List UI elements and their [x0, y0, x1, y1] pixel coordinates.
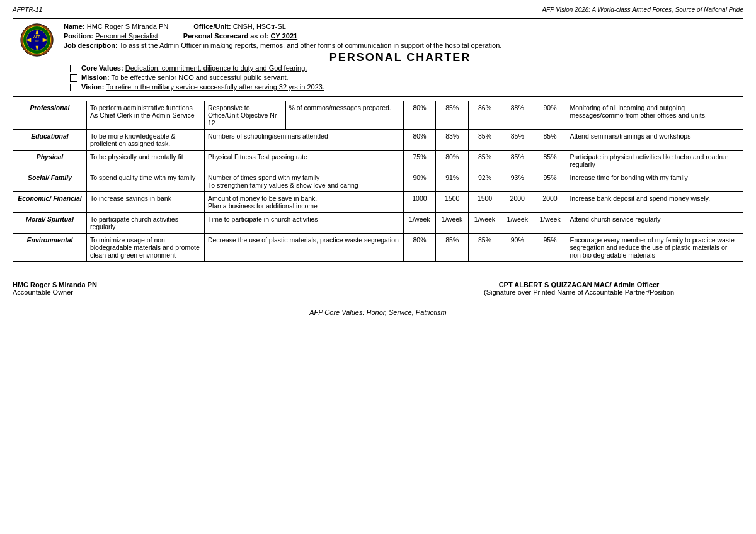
y3-cell: 85%: [469, 234, 501, 262]
objective-cell: To participate church activities regular…: [86, 213, 204, 234]
kpi-cell: Decrease the use of plastic materials, p…: [204, 234, 403, 262]
y5-cell: 1/week: [534, 213, 566, 234]
table-row: Economic/ FinancialTo increase savings i…: [13, 192, 743, 213]
doc-header: AFPTR-11 AFP Vision 2028: A World-class …: [13, 6, 743, 13]
charter-title-container: PERSONAL CHARTER: [64, 51, 736, 64]
responsive-cell: Responsive to Office/Unit Objective Nr 1…: [204, 101, 285, 130]
y1-cell: 80%: [403, 234, 436, 262]
category-cell: Social/ Family: [13, 171, 87, 192]
y2-cell: 80%: [436, 151, 469, 171]
name-value: HMC Roger S Miranda PN: [87, 23, 169, 30]
category-cell: Economic/ Financial: [13, 192, 87, 213]
position-label: Position:: [64, 32, 93, 40]
y5-cell: 2000: [534, 192, 566, 213]
partner-label: (Signature over Printed Name of Accounta…: [415, 288, 743, 296]
vision-item: Vision: To retire in the military servic…: [70, 83, 736, 91]
kpi-cell: Physical Fitness Test passing rate: [204, 151, 403, 171]
y4-cell: 85%: [501, 130, 534, 151]
objective-cell: To be physically and mentally fit: [86, 151, 204, 171]
position-value: Personnel Specialist: [95, 32, 158, 40]
remarks-cell: Participate in physical activities like …: [566, 151, 743, 171]
kpi-cell: Time to participate in church activities: [204, 213, 403, 234]
y5-cell: 90%: [534, 101, 566, 130]
afp-logo: AFP 202: [20, 23, 57, 60]
position-field: Position: Personnel Specialist: [64, 32, 158, 40]
y2-cell: 85%: [436, 101, 469, 130]
y1-cell: 75%: [403, 151, 436, 171]
y4-cell: 2000: [501, 192, 534, 213]
core-values-checkbox: [70, 65, 77, 72]
job-value: To assist the Admin Officer in making re…: [119, 42, 501, 49]
y2-cell: 85%: [436, 234, 469, 262]
remarks-cell: Increase bank deposit and spend money wi…: [566, 192, 743, 213]
objective-cell: To be more knowledgeable & proficient on…: [86, 130, 204, 151]
footer-center: AFP Core Values: Honor, Service, Patriot…: [13, 309, 743, 316]
office-label: Office/Unit:: [193, 23, 231, 30]
vision-checkbox: [70, 84, 77, 91]
y3-cell: 92%: [469, 171, 501, 192]
y1-cell: 1/week: [403, 213, 436, 234]
svg-text:202: 202: [35, 40, 38, 43]
objective-cell: To increase savings in bank: [86, 192, 204, 213]
scorecard-field: Personal Scorecard as of: CY 2021: [183, 32, 297, 40]
y5-cell: 95%: [534, 171, 566, 192]
category-cell: Physical: [13, 151, 87, 171]
y4-cell: 88%: [501, 101, 534, 130]
y2-cell: 91%: [436, 171, 469, 192]
checkbox-list: Core Values: Dedication, commitment, dil…: [70, 64, 736, 91]
footer-section: HMC Roger S Miranda PN Accountable Owner…: [13, 281, 743, 296]
header-info: Name: HMC Roger S Miranda PN Office/Unit…: [64, 23, 736, 93]
scorecard-label: Personal Scorecard as of:: [183, 32, 269, 40]
footer-right: CPT ALBERT S QUIZZAGAN MAC/ Admin Office…: [415, 281, 743, 296]
y2-cell: 1/week: [436, 213, 469, 234]
remarks-cell: Increase time for bonding with my family: [566, 171, 743, 192]
mission-text: Mission: To be effective senior NCO and …: [81, 74, 289, 81]
main-table: ProfessionalTo perform administrative fu…: [13, 101, 743, 262]
objective-cell: To minimize usage of non-biodegradable m…: [86, 234, 204, 262]
y1-cell: 1000: [403, 192, 436, 213]
y3-cell: 86%: [469, 101, 501, 130]
name-field: Name: HMC Roger S Miranda PN: [64, 23, 168, 30]
svg-text:AFP: AFP: [33, 35, 40, 38]
y4-cell: 1/week: [501, 213, 534, 234]
job-label: Job description:: [64, 42, 118, 49]
y2-cell: 83%: [436, 130, 469, 151]
table-row: ProfessionalTo perform administrative fu…: [13, 101, 743, 130]
remarks-cell: Attend church service regularly: [566, 213, 743, 234]
y5-cell: 95%: [534, 234, 566, 262]
kpi-cell: Amount of money to be save in bank.Plan …: [204, 192, 403, 213]
y3-cell: 85%: [469, 130, 501, 151]
partner-name: CPT ALBERT S QUIZZAGAN MAC/ Admin Office…: [415, 281, 743, 288]
y3-cell: 1/week: [469, 213, 501, 234]
office-field: Office/Unit: CNSH, HSCtr-SL: [193, 23, 286, 30]
kpi-cell: Numbers of schooling/seminars attended: [204, 130, 403, 151]
y1-cell: 90%: [403, 171, 436, 192]
mission-item: Mission: To be effective senior NCO and …: [70, 74, 736, 82]
table-row: PhysicalTo be physically and mentally fi…: [13, 151, 743, 171]
y5-cell: 85%: [534, 130, 566, 151]
table-row: EnvironmentalTo minimize usage of non-bi…: [13, 234, 743, 262]
y5-cell: 85%: [534, 151, 566, 171]
kpi-cell: % of commos/messages prepared.: [285, 101, 403, 130]
header-section: AFP 202 Name: HMC Roger S Miranda PN Off…: [13, 18, 743, 97]
accountable-owner-name: HMC Roger S Miranda PN: [13, 281, 341, 288]
y4-cell: 90%: [501, 234, 534, 262]
scorecard-value: CY 2021: [271, 32, 298, 40]
remarks-cell: Attend seminars/trainings and workshops: [566, 130, 743, 151]
core-values-text: Core Values: Dedication, commitment, dil…: [81, 64, 307, 72]
category-cell: Educational: [13, 130, 87, 151]
category-cell: Professional: [13, 101, 87, 130]
core-values-footer: AFP Core Values: Honor, Service, Patriot…: [309, 309, 446, 316]
vision-text: Vision: To retire in the military servic…: [81, 83, 324, 91]
table-row: EducationalTo be more knowledgeable & pr…: [13, 130, 743, 151]
charter-title: PERSONAL CHARTER: [329, 51, 471, 64]
table-row: Social/ FamilyTo spend quality time with…: [13, 171, 743, 192]
mission-checkbox: [70, 74, 77, 82]
y1-cell: 80%: [403, 130, 436, 151]
y4-cell: 93%: [501, 171, 534, 192]
core-values-item: Core Values: Dedication, commitment, dil…: [70, 64, 736, 72]
y3-cell: 1500: [469, 192, 501, 213]
remarks-cell: Encourage every member of my family to p…: [566, 234, 743, 262]
header-row3: Job description: To assist the Admin Off…: [64, 42, 736, 49]
y2-cell: 1500: [436, 192, 469, 213]
